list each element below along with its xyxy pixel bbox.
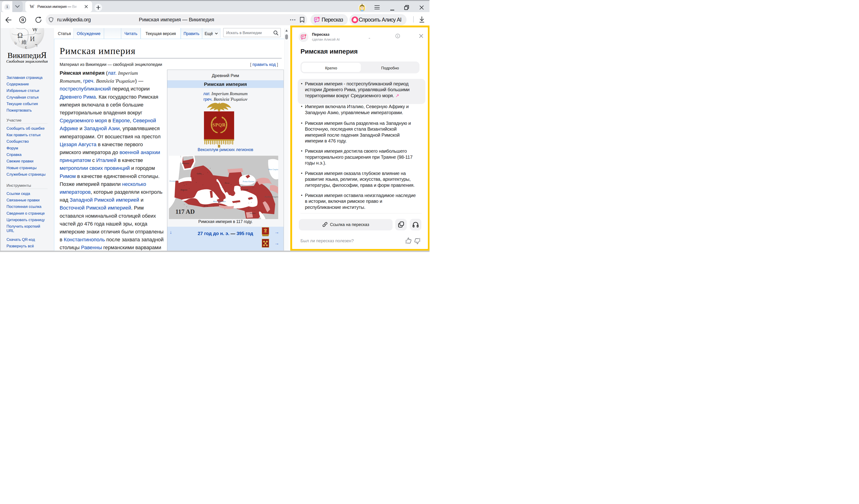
svg-text:Parthien Empire: Parthien Empire — [264, 196, 278, 198]
svg-text:Moesia: Moesia — [224, 182, 229, 184]
svg-text:Aegyptus: Aegyptus — [250, 212, 256, 214]
svg-text:SPQR: SPQR — [212, 122, 226, 127]
svg-text:Я: Я — [21, 18, 24, 22]
svg-text:ն: ն — [14, 42, 17, 45]
svg-text:Britannia: Britannia — [182, 163, 189, 165]
svg-text:ר: ר — [35, 43, 37, 48]
svg-text:ج: ج — [25, 45, 27, 49]
svg-text:Gallia: Gallia — [197, 173, 201, 175]
svg-text:Mare Caspium: Mare Caspium — [268, 168, 278, 170]
svg-text:Mare Internum: Mare Internum — [213, 200, 226, 202]
svg-text:И: И — [30, 35, 35, 43]
svg-text:Ω: Ω — [17, 31, 23, 40]
svg-text:Hispania: Hispania — [180, 189, 187, 191]
svg-text:W: W — [32, 28, 38, 33]
svg-text:Galatia: Galatia — [243, 189, 248, 190]
svg-text:117 AD: 117 AD — [176, 208, 195, 215]
svg-text:維: 維 — [21, 39, 27, 45]
svg-text:Africa: Africa — [204, 205, 208, 207]
svg-text:Oceanus: Oceanus — [169, 180, 176, 182]
svg-text:Pontus Euxinus: Pontus Euxinus — [242, 181, 254, 183]
